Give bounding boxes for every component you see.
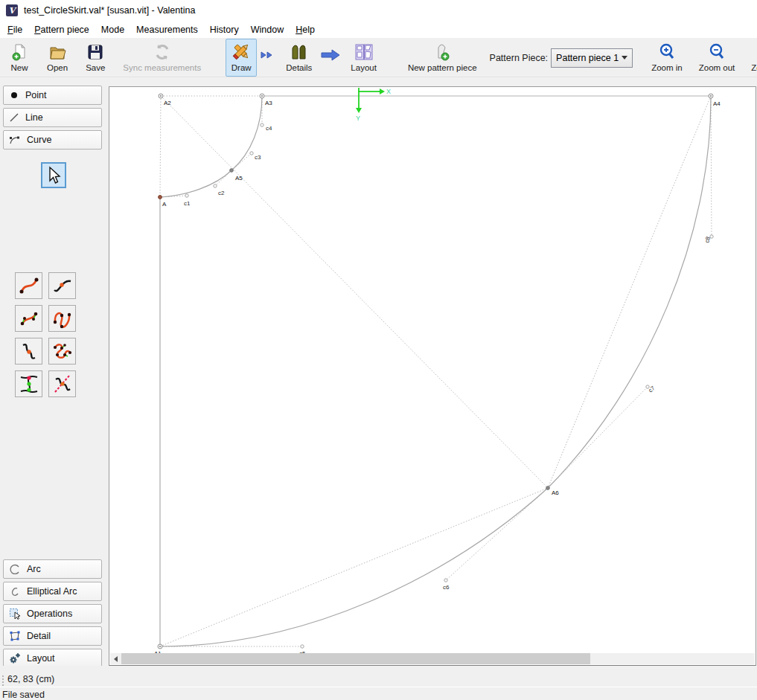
group-line-label: Line [25,112,43,123]
menu-file[interactable]: File [1,22,28,37]
tool-sidebar: Point Line Curve [0,77,109,666]
point-on-curve-icon [52,275,73,296]
save-icon [86,42,105,62]
new-button[interactable]: New [4,39,34,77]
menu-pattern-piece[interactable]: Pattern piece [28,22,95,37]
group-elliptical-arc-button[interactable]: Elliptical Arc [3,582,102,601]
svg-text:A4: A4 [713,100,721,107]
zoom-in-icon [657,42,677,62]
draw-mode-label: Draw [231,63,252,72]
new-file-icon [10,42,29,62]
main-area: Point Line Curve [0,77,757,666]
pattern-piece-value: Pattern piece 1 [556,53,619,63]
sync-measurements-label: Sync measurements [123,63,201,72]
open-button-label: Open [47,63,68,72]
zoom-out-label: Zoom out [699,63,735,72]
scroll-left-button[interactable] [110,653,121,664]
zoom-fit-best-button[interactable]: Zoom fit best [746,39,757,77]
svg-text:A3: A3 [265,100,272,106]
group-curve-button[interactable]: Curve [3,130,102,150]
select-pointer-tool[interactable] [41,162,66,188]
svg-text:A: A [162,201,167,208]
group-line-button[interactable]: Line [3,108,102,127]
intersect-curves-icon [19,373,39,394]
details-to-layout-arrow-icon [317,33,345,77]
zoom-out-button[interactable]: Zoom out [694,39,741,77]
zoom-fit-best-label: Zoom fit best [751,63,757,72]
curve-intersect-axis-icon [52,373,73,394]
details-pattern-icon [290,42,309,62]
tool-spline-path[interactable] [48,305,76,332]
spline-path-icon [52,308,73,329]
svg-text:c3: c3 [255,154,261,161]
scroll-left-icon [114,656,118,662]
pattern-canvas[interactable]: XYc1c2c3c4c5c6c7c8AA1A2A3A4A5A6 [109,86,756,666]
zoom-in-label: Zoom in [651,63,683,72]
gear-icon [9,652,21,664]
group-operations-button[interactable]: Operations [3,604,102,623]
zoom-in-button[interactable]: Zoom in [646,39,688,77]
menu-help[interactable]: Help [290,22,321,37]
status-bar: 62, 83 (cm) File saved [0,666,757,700]
curve-icon [9,135,21,145]
horizontal-scrollbar[interactable] [110,653,755,664]
svg-text:Y: Y [356,115,360,122]
new-pattern-piece-button[interactable]: New pattern piece [403,39,482,77]
pattern-drawing: XYc1c2c3c4c5c6c7c8AA1A2A3A4A5A6 [109,87,757,667]
spline-control-points-icon [19,308,39,329]
layout-mode-button[interactable]: Layout [345,39,382,77]
pattern-piece-select[interactable]: Pattern piece 1 [551,48,633,68]
group-detail-label: Detail [27,631,51,641]
menu-bar: File Pattern piece Mode Measurements His… [0,21,757,39]
layout-mode-label: Layout [351,63,377,72]
valentina-window: V test_CircleSkirt.val* [susan.vit] - Va… [0,0,757,700]
draw-to-details-arrow-icon [257,33,281,77]
window-title: test_CircleSkirt.val* [susan.vit] - Vale… [24,5,195,16]
tool-spline[interactable] [15,272,42,299]
svg-text:c2: c2 [218,190,225,196]
tool-curve-intersect-axis[interactable] [48,370,76,397]
details-mode-button[interactable]: Details [281,39,317,77]
menu-history[interactable]: History [204,22,245,37]
group-elliptical-arc-label: Elliptical Arc [27,586,77,597]
point-on-spline-path-icon [19,341,39,362]
new-button-label: New [10,63,28,72]
group-detail-button[interactable]: Detail [3,626,102,646]
new-pattern-piece-label: New pattern piece [408,63,477,72]
tool-point-on-spline-path[interactable] [15,338,42,365]
elliptical-arc-icon [9,586,21,597]
arc-icon [9,564,21,574]
group-curve-label: Curve [27,135,51,145]
point-icon [9,90,19,100]
tool-point-on-curve[interactable] [48,272,76,299]
scrollbar-thumb[interactable] [121,653,590,664]
tool-intersect-curves[interactable] [15,370,42,397]
tool-spline-control-points[interactable] [15,305,42,332]
open-folder-icon [48,42,67,62]
app-icon: V [6,4,18,16]
svg-text:A6: A6 [552,489,559,496]
svg-text:c1: c1 [184,200,191,207]
draw-mode-button[interactable]: Draw [226,39,257,77]
line-icon [9,112,19,123]
group-arc-button[interactable]: Arc [3,559,102,579]
pattern-piece-caption: Pattern Piece: [490,53,549,63]
operations-icon [9,608,21,620]
spline-icon [19,275,39,296]
tool-spline-path-control-points[interactable] [48,338,76,365]
svg-text:A5: A5 [235,175,243,182]
sync-icon [153,42,172,62]
details-mode-label: Details [286,63,312,72]
open-button[interactable]: Open [42,39,73,77]
sync-measurements-button: Sync measurements [118,39,206,77]
group-point-button[interactable]: Point [3,86,102,105]
save-button[interactable]: Save [80,39,110,77]
menu-measurements[interactable]: Measurements [130,22,204,37]
menu-mode[interactable]: Mode [95,22,130,37]
new-pattern-piece-icon [432,42,452,62]
layout-sheets-icon [354,42,374,62]
group-arc-label: Arc [27,564,41,574]
save-button-label: Save [86,63,105,72]
svg-text:c4: c4 [266,125,272,132]
title-bar: V test_CircleSkirt.val* [susan.vit] - Va… [0,0,757,21]
